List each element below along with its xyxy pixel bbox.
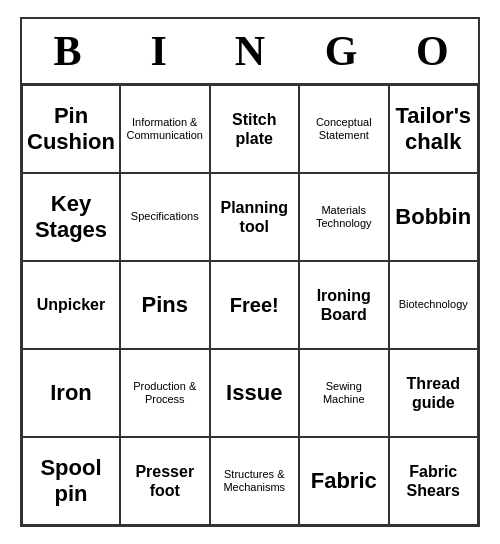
- cell-text-r1-c0: Key Stages: [27, 191, 115, 244]
- header-letter-g: G: [296, 19, 387, 83]
- cell-text-r3-c2: Issue: [226, 380, 282, 406]
- cell-text-r2-c3: Ironing Board: [304, 286, 384, 324]
- cell-r3-c1[interactable]: Production & Process: [120, 349, 210, 437]
- cell-r4-c0[interactable]: Spool pin: [22, 437, 120, 525]
- cell-r3-c3[interactable]: Sewing Machine: [299, 349, 389, 437]
- cell-r2-c0[interactable]: Unpicker: [22, 261, 120, 349]
- cell-r0-c0[interactable]: Pin Cushion: [22, 85, 120, 173]
- cell-text-r3-c1: Production & Process: [125, 380, 205, 406]
- cell-text-r0-c1: Information & Communication: [125, 116, 205, 142]
- cell-text-r2-c0: Unpicker: [37, 295, 105, 314]
- cell-text-r1-c4: Bobbin: [395, 204, 471, 230]
- cell-r1-c4[interactable]: Bobbin: [389, 173, 479, 261]
- bingo-card: BINGO Pin CushionInformation & Communica…: [20, 17, 480, 527]
- header-letter-o: O: [387, 19, 478, 83]
- cell-r4-c4[interactable]: Fabric Shears: [389, 437, 479, 525]
- cell-r2-c3[interactable]: Ironing Board: [299, 261, 389, 349]
- cell-r1-c0[interactable]: Key Stages: [22, 173, 120, 261]
- cell-r3-c4[interactable]: Thread guide: [389, 349, 479, 437]
- cell-r1-c1[interactable]: Specifications: [120, 173, 210, 261]
- cell-r4-c2[interactable]: Structures & Mechanisms: [210, 437, 300, 525]
- cell-r3-c2[interactable]: Issue: [210, 349, 300, 437]
- cell-text-r0-c2: Stitch plate: [215, 110, 295, 148]
- cell-r1-c3[interactable]: Materials Technology: [299, 173, 389, 261]
- cell-text-r4-c2: Structures & Mechanisms: [215, 468, 295, 494]
- cell-r0-c4[interactable]: Tailor's chalk: [389, 85, 479, 173]
- cell-r0-c1[interactable]: Information & Communication: [120, 85, 210, 173]
- header-letter-n: N: [204, 19, 295, 83]
- cell-r3-c0[interactable]: Iron: [22, 349, 120, 437]
- cell-text-r4-c1: Presser foot: [125, 462, 205, 500]
- cell-text-r0-c3: Conceptual Statement: [304, 116, 384, 142]
- cell-text-r1-c3: Materials Technology: [304, 204, 384, 230]
- cell-text-r4-c3: Fabric: [311, 468, 377, 494]
- bingo-grid: Pin CushionInformation & CommunicationSt…: [22, 85, 478, 525]
- cell-text-r2-c4: Biotechnology: [399, 298, 468, 311]
- cell-r0-c2[interactable]: Stitch plate: [210, 85, 300, 173]
- cell-r1-c2[interactable]: Planning tool: [210, 173, 300, 261]
- cell-text-r0-c0: Pin Cushion: [27, 103, 115, 156]
- cell-text-r4-c4: Fabric Shears: [394, 462, 474, 500]
- cell-text-r2-c1: Pins: [142, 292, 188, 318]
- cell-r0-c3[interactable]: Conceptual Statement: [299, 85, 389, 173]
- header-letter-i: I: [113, 19, 204, 83]
- cell-r2-c2[interactable]: Free!: [210, 261, 300, 349]
- cell-text-r3-c3: Sewing Machine: [304, 380, 384, 406]
- cell-text-r1-c1: Specifications: [131, 210, 199, 223]
- bingo-header: BINGO: [22, 19, 478, 85]
- cell-text-r3-c0: Iron: [50, 380, 92, 406]
- cell-r4-c1[interactable]: Presser foot: [120, 437, 210, 525]
- header-letter-b: B: [22, 19, 113, 83]
- cell-text-r0-c4: Tailor's chalk: [394, 103, 474, 156]
- cell-text-r1-c2: Planning tool: [215, 198, 295, 236]
- cell-text-r2-c2: Free!: [230, 293, 279, 317]
- cell-r4-c3[interactable]: Fabric: [299, 437, 389, 525]
- cell-r2-c1[interactable]: Pins: [120, 261, 210, 349]
- cell-text-r3-c4: Thread guide: [394, 374, 474, 412]
- cell-text-r4-c0: Spool pin: [27, 455, 115, 508]
- cell-r2-c4[interactable]: Biotechnology: [389, 261, 479, 349]
